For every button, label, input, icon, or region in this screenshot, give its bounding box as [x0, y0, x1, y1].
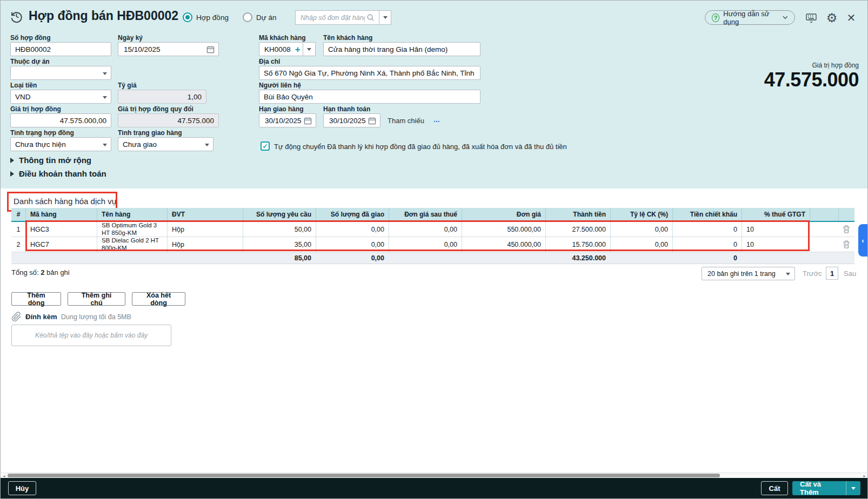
contract-window: Hợp đồng bán HĐB00002 Hợp đồng Dự án ? H… [0, 0, 868, 499]
item-code-cell[interactable]: HGC3 [25, 222, 97, 237]
page-size-select[interactable]: 20 bản ghi trên 1 trang [702, 267, 795, 280]
chevron-down-icon [786, 273, 790, 275]
cancel-button[interactable]: Hủy [8, 481, 36, 495]
col-discount-amount[interactable]: Tiền chiết khấu [672, 208, 742, 221]
vat-cell[interactable]: 10 [742, 222, 810, 237]
delivery-deadline-value: 30/10/2025 [265, 117, 302, 125]
delivery-status-select[interactable]: Chưa giao [118, 137, 213, 151]
save-options-dropdown[interactable] [846, 481, 860, 495]
current-page-box[interactable]: 1 [826, 267, 838, 280]
history-icon[interactable] [9, 9, 24, 26]
trash-icon[interactable] [838, 237, 854, 252]
help-button[interactable]: ? Hướng dẫn sử dụng [705, 10, 795, 25]
col-vat[interactable]: % thuế GTGT [742, 208, 810, 221]
currency-select[interactable]: VND [10, 90, 111, 104]
qty-delivered-cell[interactable]: 0,00 [316, 237, 389, 252]
unit-price-cell[interactable]: 450.000,00 [462, 237, 545, 252]
prev-page-button[interactable]: Trước [803, 269, 822, 278]
project-radio[interactable] [243, 12, 252, 22]
reference-more-link[interactable]: ... [433, 115, 440, 124]
gear-icon[interactable]: ⚙ [824, 10, 839, 25]
contract-value-field[interactable] [10, 113, 111, 127]
discount-rate-cell[interactable]: 0,00 [610, 222, 672, 237]
col-unit-price[interactable]: Đơn giá [462, 208, 545, 221]
payment-deadline-field[interactable]: 30/10/2025 [323, 113, 380, 127]
scroll-left-arrow-icon[interactable]: ◄ [2, 474, 6, 478]
customer-code-field[interactable]: KH0008 + [259, 42, 316, 56]
discount-rate-cell[interactable]: 0,00 [610, 237, 672, 252]
item-code-cell[interactable]: HGC7 [25, 237, 97, 252]
col-qty-requested[interactable]: Số lượng yêu cầu [243, 208, 316, 221]
calendar-icon[interactable] [368, 117, 376, 125]
vat-cell[interactable]: 10 [742, 237, 810, 252]
col-item-code[interactable]: Mã hàng [25, 208, 97, 221]
chevron-down-icon [103, 96, 107, 99]
qty-requested-cell[interactable]: 50,00 [243, 222, 316, 237]
table-row[interactable]: 2 HGC7 SB Dielac Gold 2 HT 800g-KM Hộp 3… [11, 237, 854, 252]
customer-code-label: Mã khách hàng [259, 34, 306, 42]
add-note-button[interactable]: Thêm ghi chú [68, 292, 125, 306]
price-after-tax-cell[interactable]: 0,00 [389, 237, 462, 252]
calendar-icon[interactable] [304, 117, 312, 125]
horizontal-scrollbar[interactable]: ◄ ► [1, 473, 867, 477]
customer-name-field[interactable] [323, 42, 480, 56]
table-row[interactable]: 1 HGC3 SB Optimum Gold 3 HT 850g-KM Hộp … [11, 222, 854, 237]
contract-header-panel: Hợp đồng bán HĐB00002 Hợp đồng Dự án ? H… [1, 1, 867, 188]
col-amount[interactable]: Thành tiền [545, 208, 610, 221]
summary-label: Giá trị hợp đồng [812, 62, 859, 69]
contract-radio[interactable] [183, 12, 192, 22]
project-select[interactable] [10, 66, 111, 80]
amount-cell[interactable]: 15.750.000 [545, 237, 610, 252]
col-qty-delivered[interactable]: Số lượng đã giao [316, 208, 389, 221]
contract-status-select[interactable]: Chưa thực hiện [10, 137, 111, 151]
customer-code-dropdown-button[interactable] [303, 42, 316, 56]
price-after-tax-cell[interactable]: 0,00 [389, 222, 462, 237]
item-name-cell[interactable]: SB Optimum Gold 3 HT 850g-KM [97, 222, 167, 237]
amount-cell[interactable]: 27.500.000 [545, 222, 610, 237]
side-panel-toggle[interactable]: ‹ [858, 224, 867, 257]
delivery-deadline-field[interactable]: 30/10/2025 [259, 113, 316, 127]
qty-requested-cell[interactable]: 35,00 [243, 237, 316, 252]
col-discount-rate[interactable]: Tỷ lệ CK (%) [610, 208, 672, 221]
col-price-after-tax[interactable]: Đơn giá sau thuế [389, 208, 462, 221]
contract-no-label: Số hợp đồng [10, 34, 51, 42]
keyboard-icon[interactable] [804, 10, 819, 25]
sign-date-field[interactable]: 15/10/2025 [118, 42, 219, 56]
close-icon[interactable]: ✕ [844, 10, 859, 25]
payment-terms-label: Điều khoản thanh toán [19, 169, 106, 178]
plus-icon[interactable]: + [295, 45, 301, 54]
auto-liquidate-checkbox[interactable]: ✓ [261, 141, 270, 151]
unit-price-cell[interactable]: 550.000,00 [462, 222, 545, 237]
address-field[interactable] [259, 66, 480, 80]
total-qty: 85,00 [243, 254, 316, 262]
unit-cell[interactable]: Hộp [167, 222, 243, 237]
currency-label: Loại tiền [10, 82, 37, 89]
save-button[interactable]: Cất [761, 481, 788, 495]
discount-amount-cell[interactable]: 0 [672, 222, 742, 237]
scroll-right-arrow-icon[interactable]: ► [863, 474, 866, 478]
save-and-add-button[interactable]: Cất và Thêm [792, 481, 860, 495]
next-page-button[interactable]: Sau [844, 269, 856, 278]
collapse-arrow-icon [10, 158, 14, 163]
contact-field[interactable] [259, 90, 480, 104]
col-item-name[interactable]: Tên hàng [97, 208, 167, 221]
currency-value: VND [15, 93, 31, 101]
col-unit[interactable]: ĐVT [167, 208, 243, 221]
trash-icon[interactable] [838, 222, 854, 237]
item-name-cell[interactable]: SB Dielac Gold 2 HT 800g-KM [97, 237, 167, 252]
payment-deadline-value: 30/10/2025 [329, 117, 366, 125]
qty-delivered-cell[interactable]: 0,00 [316, 222, 389, 237]
project-label: Thuộc dự án [10, 58, 50, 65]
contract-number-field[interactable] [10, 42, 111, 56]
extended-info-toggle[interactable]: Thông tin mở rộng [10, 156, 91, 165]
discount-amount-cell[interactable]: 0 [672, 237, 742, 252]
unit-cell[interactable]: Hộp [167, 237, 243, 252]
payment-terms-toggle[interactable]: Điều khoản thanh toán [10, 169, 106, 178]
scrollbar-thumb[interactable] [8, 474, 720, 477]
col-index[interactable]: # [11, 208, 25, 221]
order-search-dropdown-button[interactable] [379, 10, 391, 25]
calendar-icon[interactable] [206, 45, 215, 53]
file-dropzone[interactable]: Kéo/thả tệp vào đây hoặc bấm vào đây [11, 325, 171, 346]
delete-all-rows-button[interactable]: Xóa hết dòng [132, 292, 185, 306]
add-row-button[interactable]: Thêm dòng [11, 292, 61, 306]
